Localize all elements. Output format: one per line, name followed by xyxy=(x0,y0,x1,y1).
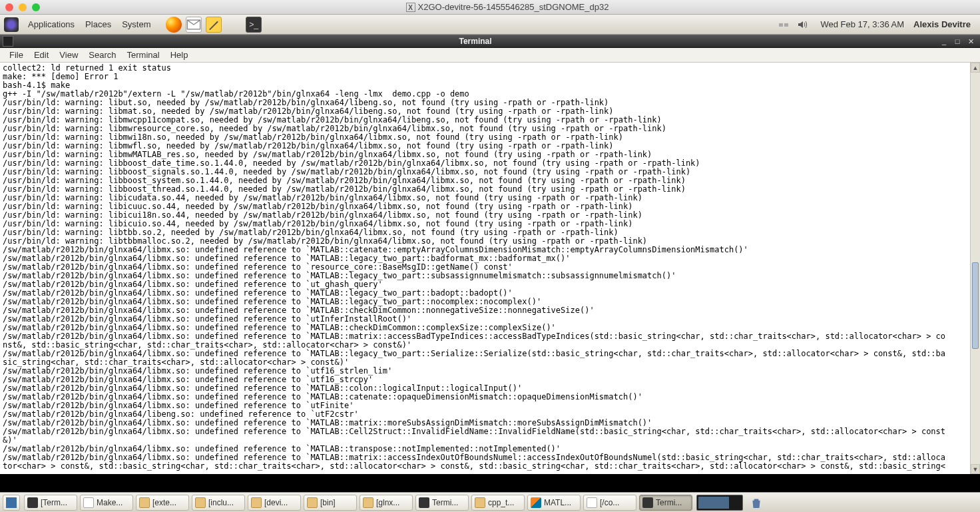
taskbar-item-11[interactable]: Termi... xyxy=(639,495,692,511)
terminal-launcher-icon[interactable]: >_ xyxy=(246,17,262,33)
terminal-menubar: File Edit View Search Terminal Help xyxy=(0,48,980,63)
workspace-switcher[interactable] xyxy=(696,495,743,511)
taskbar-item-10[interactable]: [/co... xyxy=(583,495,636,511)
taskbar-item-label: [exte... xyxy=(152,498,176,507)
firefox-launcher-icon[interactable] xyxy=(166,17,182,33)
mac-minimize-button[interactable] xyxy=(19,3,27,11)
taskbar-item-label: [Term... xyxy=(41,498,67,507)
gnome-bottom-panel: [Term...Make...[exte...[inclu...[devi...… xyxy=(0,492,980,512)
taskbar-item-label: [bin] xyxy=(320,498,336,507)
mac-traffic-lights xyxy=(5,3,40,11)
applications-menu[interactable]: Applications xyxy=(23,19,80,29)
window-maximize-button[interactable]: □ xyxy=(952,37,963,46)
gedit-icon xyxy=(587,497,597,508)
terminal-scrollbar[interactable]: ▲ ▼ xyxy=(970,63,980,474)
taskbar-item-7[interactable]: Termi... xyxy=(415,495,469,511)
taskbar-item-label: [inclu... xyxy=(208,498,234,507)
volume-icon[interactable] xyxy=(795,17,810,32)
terminal-window-title: Terminal xyxy=(13,37,937,46)
taskbar-item-0[interactable]: [Term... xyxy=(24,495,77,511)
scrollbar-thumb[interactable] xyxy=(972,262,979,349)
term-icon xyxy=(419,497,429,508)
menu-help[interactable]: Help xyxy=(165,50,194,60)
folder-icon xyxy=(251,497,262,508)
places-menu[interactable]: Places xyxy=(80,19,117,29)
taskbar-item-6[interactable]: [glnx... xyxy=(360,495,413,511)
taskbar-item-3[interactable]: [inclu... xyxy=(192,495,245,511)
mac-window-title: XX2GO-devitre-56-1455546285_stDGNOME_dp3… xyxy=(40,2,975,13)
mac-maximize-button[interactable] xyxy=(32,3,40,11)
taskbar-item-4[interactable]: [devi... xyxy=(248,495,301,511)
scrollbar-up-arrow-icon[interactable]: ▲ xyxy=(971,63,980,73)
mac-close-button[interactable] xyxy=(5,3,13,11)
taskbar-item-label: Make... xyxy=(97,498,122,507)
terminal-output[interactable]: collect2: ld returned 1 exit status make… xyxy=(0,63,970,474)
gnome-foot-icon[interactable] xyxy=(4,17,19,32)
taskbar-item-label: MATL... xyxy=(544,498,571,507)
notes-launcher-icon[interactable] xyxy=(206,17,222,33)
clock[interactable]: Wed Feb 17, 3:36 AM xyxy=(821,19,905,29)
trash-icon[interactable] xyxy=(748,495,764,511)
folder-icon xyxy=(475,497,485,508)
menu-terminal[interactable]: Terminal xyxy=(122,50,165,60)
term-icon xyxy=(642,497,653,508)
system-menu[interactable]: System xyxy=(117,19,156,29)
menu-view[interactable]: View xyxy=(54,50,83,60)
mac-titlebar: XX2GO-devitre-56-1455546285_stDGNOME_dp3… xyxy=(0,0,980,15)
taskbar-item-label: Termi... xyxy=(656,498,682,507)
show-desktop-button[interactable] xyxy=(3,495,20,511)
taskbar-item-label: [/co... xyxy=(600,498,619,507)
term-icon xyxy=(27,497,38,508)
taskbar-item-label: [devi... xyxy=(264,498,288,507)
svg-rect-2 xyxy=(779,23,783,27)
taskbar-item-label: Termi... xyxy=(432,498,458,507)
menu-file[interactable]: File xyxy=(4,50,29,60)
terminal-window-titlebar[interactable]: Terminal _ □ ✕ xyxy=(0,35,980,48)
svg-rect-3 xyxy=(784,23,788,27)
window-close-button[interactable]: ✕ xyxy=(965,37,976,46)
svg-text:>_: >_ xyxy=(250,20,260,29)
menu-search[interactable]: Search xyxy=(83,50,121,60)
folder-icon xyxy=(195,497,206,508)
gedit-icon xyxy=(83,497,94,508)
taskbar-item-1[interactable]: Make... xyxy=(80,495,133,511)
mac-title-text: X2GO-devitre-56-1455546285_stDGNOME_dp32 xyxy=(418,2,609,12)
terminal-body: collect2: ld returned 1 exit status make… xyxy=(0,63,980,474)
taskbar-item-8[interactable]: cpp_t... xyxy=(471,495,525,511)
scrollbar-down-arrow-icon[interactable]: ▼ xyxy=(971,464,980,474)
taskbar-item-2[interactable]: [exte... xyxy=(136,495,189,511)
network-icon[interactable] xyxy=(776,17,791,32)
folder-icon xyxy=(307,497,318,508)
matlab-icon xyxy=(531,497,541,508)
x11-icon: X xyxy=(406,3,415,12)
mail-launcher-icon[interactable] xyxy=(186,17,202,33)
terminal-window-icon xyxy=(3,36,13,47)
taskbar-item-label: [glnx... xyxy=(376,498,399,507)
folder-icon xyxy=(363,497,373,508)
taskbar-item-9[interactable]: MATL... xyxy=(527,495,581,511)
taskbar-item-label: cpp_t... xyxy=(488,498,514,507)
desktop-icon xyxy=(6,497,17,508)
gnome-top-panel: Applications Places System >_ Wed Feb 17… xyxy=(0,15,980,35)
user-menu[interactable]: Alexis Devitre xyxy=(913,19,971,29)
window-minimize-button[interactable]: _ xyxy=(939,37,949,46)
taskbar-item-5[interactable]: [bin] xyxy=(304,495,357,511)
folder-icon xyxy=(139,497,150,508)
menu-edit[interactable]: Edit xyxy=(29,50,54,60)
